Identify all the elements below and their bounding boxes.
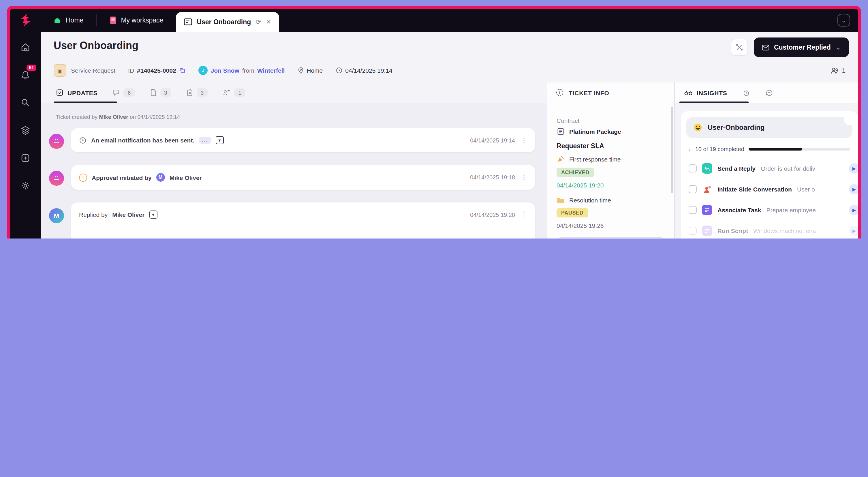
followers-icon <box>831 67 839 74</box>
assist-chat-tab-icon[interactable] <box>765 89 773 97</box>
approval-text: Approval initiated by <box>92 174 152 181</box>
checklist-item[interactable]: Run ScriptWindows machine: ena ▶ <box>686 220 858 238</box>
created-author: Mike Oliver <box>99 114 128 120</box>
tab-updates-label: UPDATES <box>67 89 97 96</box>
copy-icon[interactable] <box>179 67 186 74</box>
status-dropdown-button[interactable]: Customer Replied ⌄ <box>754 37 849 57</box>
workspace-icon <box>109 16 116 24</box>
progress-row[interactable]: › 10 of 19 completed <box>689 146 857 152</box>
followers-group[interactable]: 1 <box>831 67 849 74</box>
site-link[interactable]: Winterfell <box>257 67 285 74</box>
screenshot-frame: Home My workspace User Onboarding ⟳ ✕ ⌄ … <box>0 0 868 238</box>
tab-user-onboarding[interactable]: User Onboarding ⟳ ✕ <box>176 12 279 32</box>
updates-tabs: UPDATES 6 3 3 <box>41 83 547 103</box>
ticket-created-line: Ticket created by Mike Oliver on 04/14/2… <box>56 114 535 120</box>
kebab-menu-icon[interactable]: ⋮ <box>521 173 527 181</box>
requester-sla-title: Requester SLA <box>557 142 665 149</box>
timer-tab-icon[interactable] <box>742 89 750 97</box>
run-step-button[interactable]: ▶ <box>849 184 858 194</box>
checkbox[interactable] <box>689 185 697 193</box>
top-bar: Home My workspace User Onboarding ⟳ ✕ ⌄ <box>10 9 858 32</box>
content-columns: UPDATES 6 3 3 <box>41 83 858 238</box>
ticket-info-title: TICKET INFO <box>569 89 609 96</box>
sidebar-create-icon[interactable] <box>19 152 32 164</box>
tab-close-icon[interactable]: ✕ <box>266 18 271 26</box>
approval-warning-icon: ! <box>79 173 87 181</box>
checklist-item[interactable]: Send a ReplyOrder is out for deliv ▶ <box>686 158 858 179</box>
run-step-button[interactable]: ▶ <box>849 225 858 236</box>
kebab-menu-icon[interactable]: ⋮ <box>521 211 527 218</box>
clipboard-icon <box>186 89 193 96</box>
expand-icon[interactable]: ▾ <box>215 136 223 144</box>
status-label: Customer Replied <box>774 44 831 51</box>
tab-attachments[interactable]: 3 <box>150 88 171 97</box>
runbook-banner[interactable]: User-Onboarding <box>686 117 852 138</box>
info-search[interactable] <box>557 237 665 238</box>
brand-s-icon <box>19 13 32 27</box>
frame-pink-border: Home My workspace User Onboarding ⟳ ✕ ⌄ … <box>7 6 861 238</box>
created-date-line: 04/14/2025 19:14 <box>137 114 180 120</box>
resolution-row: Resolution time <box>557 197 665 203</box>
tab-my-workspace[interactable]: My workspace <box>97 9 176 32</box>
tab-onboarding-label: User Onboarding <box>197 19 251 25</box>
email-event-card[interactable]: An email notification has been sent. ...… <box>71 128 535 152</box>
ticket-info-body: Contract Platinum Package Requester SLA … <box>547 103 674 238</box>
followers-count: 1 <box>842 67 845 74</box>
page-title: User Onboarding <box>54 40 138 52</box>
runbook-title: User-Onboarding <box>708 123 765 131</box>
insights-icon <box>684 89 693 96</box>
checklist-item[interactable]: Initiate Side ConversationUser o ▶ <box>686 179 858 199</box>
collapse-chevron-icon[interactable]: ⌄ <box>837 14 850 27</box>
kebab-menu-icon[interactable]: ⋮ <box>521 136 527 144</box>
checkbox[interactable] <box>689 164 697 172</box>
tab-side-conversations[interactable]: 1 <box>223 88 245 97</box>
tab-refresh-icon[interactable]: ⟳ <box>255 18 261 26</box>
superops-logo[interactable] <box>10 9 41 32</box>
sidebar-modules-icon[interactable] <box>19 124 32 137</box>
progress-fill <box>749 148 803 151</box>
checklist-item[interactable]: Associate TaskPrepare employee ▶ <box>686 199 858 220</box>
reply-step-icon <box>702 163 712 173</box>
checkbox[interactable] <box>689 206 697 214</box>
contract-label: Contract <box>557 117 665 124</box>
tab-insights[interactable]: INSIGHTS <box>684 83 727 103</box>
tab-tasks[interactable]: 3 <box>186 88 208 97</box>
info-scrollbar[interactable] <box>671 107 673 193</box>
sidebar-notifications-icon[interactable]: 61 <box>19 69 32 81</box>
insights-body: User-Onboarding › 10 of 19 completed <box>675 103 858 238</box>
tab-updates[interactable]: UPDATES <box>56 83 97 103</box>
email-event-text: An email notification has been sent. <box>91 137 194 144</box>
approval-event-card[interactable]: ! Approval initiated by M Mike Oliver 04… <box>71 165 535 190</box>
tab-comments[interactable]: 6 <box>113 88 135 97</box>
reply-date: 04/14/2025 19:20 <box>470 212 515 218</box>
first-response-date: 04/14/2025 19:20 <box>557 182 665 189</box>
reply-expand-icon[interactable]: ▾ <box>149 211 157 219</box>
app-shell: 61 4 M User Onboarding <box>10 32 858 238</box>
checkbox[interactable] <box>689 227 697 235</box>
progress-text: 10 of 19 completed <box>695 146 744 152</box>
run-step-button[interactable]: ▶ <box>849 163 858 173</box>
smiley-icon <box>693 123 703 132</box>
reply-card[interactable]: Replied by Mike Oliver ▾ 04/14/2025 19:2… <box>71 202 535 238</box>
run-step-button[interactable]: ▶ <box>849 205 858 215</box>
comments-count: 6 <box>123 88 135 97</box>
sidebar-search-icon[interactable] <box>19 96 32 109</box>
progress-chevron-icon[interactable]: › <box>689 146 691 152</box>
reply-body: Hi there, Great news! We're all set to g… <box>71 227 535 238</box>
tab-home[interactable]: Home <box>41 9 96 32</box>
resolution-status-badge: PAUSED <box>557 208 588 218</box>
more-dots-chip[interactable]: ... <box>199 137 211 144</box>
event-email-notification: An email notification has been sent. ...… <box>49 128 535 152</box>
side-conversation-icon <box>223 89 231 96</box>
contract-row[interactable]: Platinum Package <box>557 127 665 135</box>
tab-insights-label: INSIGHTS <box>697 89 727 96</box>
customize-tools-button[interactable] <box>731 39 748 56</box>
main-area: User Onboarding Customer Replied ⌄ ▣ <box>41 32 858 238</box>
event-approval: ! Approval initiated by M Mike Oliver 04… <box>49 165 535 190</box>
requester-link[interactable]: Jon Snow <box>211 67 239 74</box>
task-step-icon <box>702 205 712 215</box>
sidebar-home-icon[interactable] <box>19 41 32 54</box>
sidebar-settings-icon[interactable] <box>19 179 32 192</box>
conversations-count: 1 <box>234 88 245 97</box>
event-reply: M Replied by Mike Oliver ▾ 04/14/2025 19… <box>49 202 535 238</box>
